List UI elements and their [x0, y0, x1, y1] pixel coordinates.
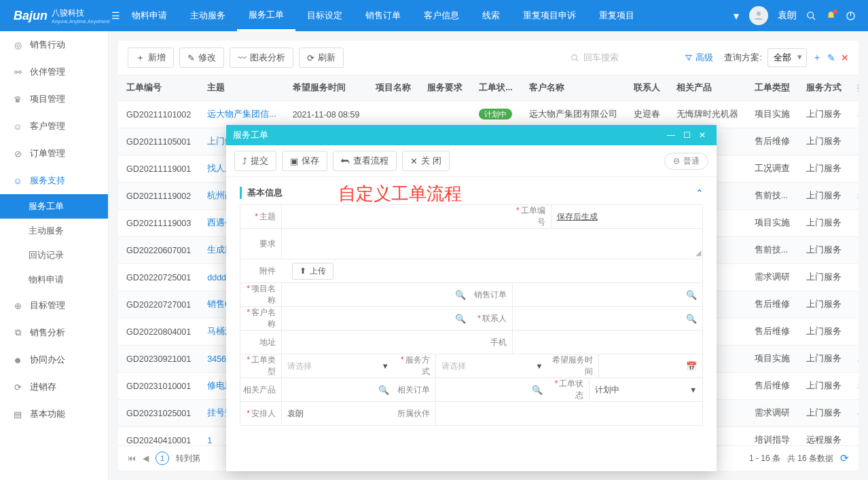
scheme-add-icon[interactable]: ＋	[812, 52, 822, 64]
nav-item-3[interactable]: 目标设定	[295, 0, 354, 31]
customer-lookup[interactable]: 🔍	[281, 307, 471, 330]
sidebar-item-7[interactable]: ⧉销售分析	[0, 319, 108, 346]
close-button[interactable]: ✕ 关 闭	[402, 151, 450, 171]
sidebar-item-1[interactable]: ⚯伙伴管理	[0, 58, 108, 86]
search-icon[interactable]: 🔍	[686, 314, 697, 324]
nav-item-1[interactable]: 主动服务	[179, 0, 237, 31]
search-icon[interactable]: 🔍	[455, 314, 466, 324]
upload-button[interactable]: ⬆ 上传	[292, 263, 333, 280]
sidebar-item-10[interactable]: ▤基本功能	[0, 401, 108, 428]
table-row[interactable]: GD20211101002远大物产集团信...2021-11-08 08:59计…	[118, 101, 858, 128]
menu-toggle-icon[interactable]: ☰	[111, 10, 120, 21]
save-button[interactable]: ▣ 保存	[282, 151, 327, 171]
sidebar-item-9[interactable]: ⟳进销存	[0, 373, 108, 401]
minimize-icon[interactable]: —	[663, 130, 679, 140]
nav-item-6[interactable]: 线索	[471, 0, 511, 31]
project-lookup[interactable]: 🔍	[281, 283, 471, 306]
work-order-modal: 服务工单 — ☐ ✕ ⤴ 提交 ▣ 保存 ⮪ 查看流程 ✕ 关 闭 ⊖ 普通 基…	[226, 125, 717, 471]
col-header[interactable]: 工单类型	[746, 75, 798, 101]
refresh-button[interactable]: ⟳ 刷新	[299, 48, 344, 68]
address-input[interactable]	[281, 331, 471, 354]
add-button[interactable]: ＋ 新增	[128, 48, 174, 68]
col-header[interactable]: 项目名称	[367, 75, 419, 101]
sidebar-sub-5-3[interactable]: 物料申请	[0, 267, 108, 292]
col-header[interactable]: 服务方式	[798, 75, 850, 101]
sidebar-item-5[interactable]: ☺服务支持	[0, 167, 108, 194]
topic-link[interactable]: 1	[207, 436, 212, 445]
col-header[interactable]: 执行人	[850, 75, 858, 101]
col-header[interactable]: 客户名称	[521, 75, 626, 101]
search-icon[interactable]: 🔍	[378, 385, 389, 395]
sidebar-sub-5-1[interactable]: 主动服务	[0, 219, 108, 243]
service-mode-select[interactable]: 请选择▼	[435, 354, 549, 377]
sidebar-sub-5-2[interactable]: 回访记录	[0, 243, 108, 267]
nav-item-0[interactable]: 物料申请	[120, 0, 179, 31]
power-icon[interactable]	[846, 11, 856, 21]
page-refresh-icon[interactable]: ⟳	[840, 452, 849, 464]
nav-more-icon[interactable]: ▾	[723, 10, 749, 22]
col-header[interactable]: 工单状...	[471, 75, 520, 101]
related-product-lookup[interactable]: 🔍	[281, 378, 395, 401]
scheme-edit-icon[interactable]: ✎	[827, 52, 835, 63]
sidebar-item-0[interactable]: ◎销售行动	[0, 31, 108, 58]
nav-item-5[interactable]: 客户信息	[412, 0, 471, 31]
topic-link[interactable]: 远大物产集团信...	[207, 109, 276, 119]
search-icon[interactable]: 🔍	[686, 290, 697, 300]
arranger-field[interactable]: 袁朗	[281, 402, 395, 425]
nav-item-8[interactable]: 重复项目	[587, 0, 646, 31]
scheme-delete-icon[interactable]: ✕	[841, 52, 849, 63]
requirement-input[interactable]: ◢	[281, 229, 702, 259]
toolbar: ＋ 新增 ✎ 修改 〰 图表分析 ⟳ 刷新 回车搜索 高级 查询方案: 全部 ＋…	[118, 41, 858, 75]
close-icon[interactable]: ✕	[695, 130, 710, 140]
mode-toggle[interactable]: ⊖ 普通	[664, 153, 708, 170]
edit-button[interactable]: ✎ 修改	[179, 48, 224, 68]
page-current[interactable]: 1	[156, 451, 169, 465]
col-header[interactable]: 相关产品	[668, 75, 746, 101]
search-icon[interactable]: 🔍	[455, 290, 466, 300]
search-icon[interactable]: 🔍	[532, 385, 543, 395]
sidebar-item-3[interactable]: ☺客户管理	[0, 113, 108, 140]
col-header[interactable]: 工单编号	[118, 75, 199, 101]
modal-toolbar: ⤴ 提交 ▣ 保存 ⮪ 查看流程 ✕ 关 闭 ⊖ 普通	[226, 145, 717, 177]
nav-item-7[interactable]: 重复项目申诉	[511, 0, 587, 31]
col-header[interactable]: 希望服务时间	[285, 75, 368, 101]
scheme-select[interactable]: 全部	[767, 48, 807, 67]
topic-link[interactable]: dddd	[207, 273, 226, 282]
order-status-select[interactable]: 计划中▼	[589, 378, 702, 401]
top-nav: 物料申请主动服务服务工单目标设定销售订单客户信息线索重复项目申诉重复项目	[120, 0, 723, 31]
search-input[interactable]: 回车搜索	[571, 52, 679, 64]
sidebar-sub-5-0[interactable]: 服务工单	[0, 194, 108, 219]
search-icon[interactable]	[806, 11, 816, 21]
wish-time-picker[interactable]: 📅	[598, 354, 702, 377]
modal-header[interactable]: 服务工单 — ☐ ✕	[226, 125, 717, 145]
avatar[interactable]	[749, 6, 768, 25]
nav-item-2[interactable]: 服务工单	[237, 0, 295, 31]
maximize-icon[interactable]: ☐	[679, 130, 695, 140]
username[interactable]: 袁朗	[778, 10, 797, 22]
collapse-icon[interactable]: ⌃	[696, 188, 703, 198]
sidebar-item-8[interactable]: ☻协同办公	[0, 346, 108, 373]
contact-lookup[interactable]: 🔍	[512, 307, 702, 330]
related-order-lookup[interactable]: 🔍	[435, 378, 549, 401]
sidebar-item-4[interactable]: ⊘订单管理	[0, 140, 108, 167]
col-header[interactable]: 联系人	[626, 75, 668, 101]
view-flow-button[interactable]: ⮪ 查看流程	[333, 151, 397, 171]
nav-item-4[interactable]: 销售订单	[354, 0, 412, 31]
phone-input[interactable]	[512, 331, 702, 354]
sales-order-lookup[interactable]: 🔍	[512, 283, 702, 306]
order-type-select[interactable]: 请选择▼	[281, 354, 395, 377]
bell-icon[interactable]	[826, 11, 836, 21]
advanced-filter[interactable]: 高级	[685, 52, 713, 64]
sidebar-item-2[interactable]: ♛项目管理	[0, 86, 108, 113]
topic-input[interactable]	[281, 205, 510, 228]
partner-field[interactable]	[435, 402, 549, 425]
calendar-icon[interactable]: 📅	[686, 361, 697, 371]
svg-point-1	[808, 12, 814, 18]
submit-button[interactable]: ⤴ 提交	[234, 151, 276, 171]
chart-button[interactable]: 〰 图表分析	[230, 48, 293, 68]
page-prev-icon[interactable]: ◀	[143, 454, 149, 463]
sidebar-item-6[interactable]: ⊕目标管理	[0, 292, 108, 319]
col-header[interactable]: 主题	[199, 75, 284, 101]
col-header[interactable]: 服务要求	[419, 75, 471, 101]
page-first-icon[interactable]: ⏮	[128, 454, 136, 463]
